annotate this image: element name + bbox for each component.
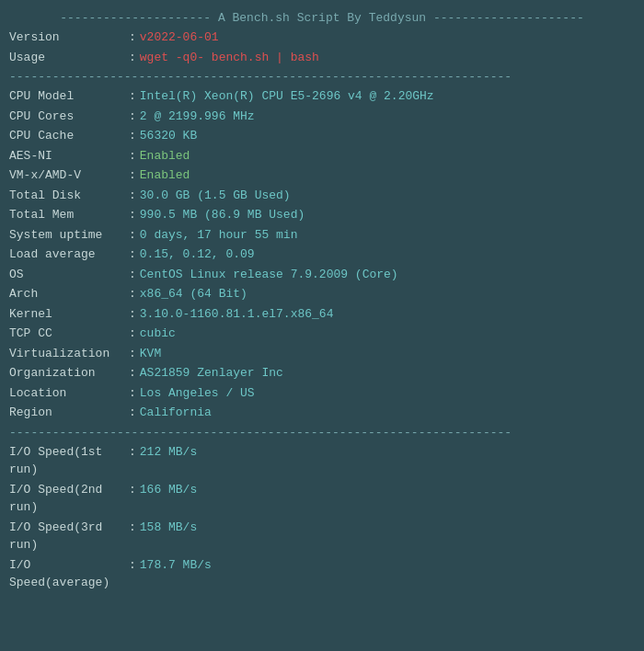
version-row: Version : v2022-06-01 <box>9 29 635 47</box>
virt-row: Virtualization : KVM <box>9 345 635 363</box>
io-run3-row: I/O Speed(3rd run) : 158 MB/s <box>9 519 635 554</box>
cpu-cores-row: CPU Cores : 2 @ 2199.996 MHz <box>9 108 635 126</box>
cpu-model-value: Intel(R) Xeon(R) CPU E5-2696 v4 @ 2.20GH… <box>140 87 434 106</box>
virt-value: KVM <box>140 345 161 363</box>
arch-value: x86_64 (64 Bit) <box>140 285 247 303</box>
io-run1-value: 212 MB/s <box>140 443 197 479</box>
io-run2-label: I/O Speed(2nd run) <box>9 481 129 517</box>
mem-value: 990.5 MB (86.9 MB Used) <box>140 206 305 224</box>
cpu-cache-value: 56320 KB <box>140 127 197 145</box>
divider-1: ----------------------------------------… <box>9 70 635 84</box>
usage-value: wget -q0- bench.sh | bash <box>140 49 319 67</box>
uptime-row: System uptime : 0 days, 17 hour 55 min <box>9 226 635 245</box>
io-run2-value: 166 MB/s <box>140 481 197 517</box>
tcp-value: cubic <box>140 325 176 343</box>
io-avg-value: 178.7 MB/s <box>140 556 212 592</box>
loc-row: Location : Los Angeles / US <box>9 384 635 403</box>
kernel-row: Kernel : 3.10.0-1160.81.1.el7.x86_64 <box>9 305 635 324</box>
arch-row: Arch : x86_64 (64 Bit) <box>9 285 635 303</box>
version-label: Version <box>9 29 129 47</box>
org-row: Organization : AS21859 Zenlayer Inc <box>9 364 635 383</box>
cpu-cores-label: CPU Cores <box>9 108 129 126</box>
os-row: OS : CentOS Linux release 7.9.2009 (Core… <box>9 266 635 284</box>
virt-label: Virtualization <box>9 345 129 363</box>
disk-value: 30.0 GB (1.5 GB Used) <box>140 187 291 205</box>
mem-label: Total Mem <box>9 206 129 224</box>
cpu-cache-row: CPU Cache : 56320 KB <box>9 127 635 145</box>
region-row: Region : California <box>9 404 635 422</box>
disk-label: Total Disk <box>9 187 129 205</box>
divider-2: ----------------------------------------… <box>9 426 635 440</box>
arch-label: Arch <box>9 285 129 303</box>
vm-value: Enabled <box>140 166 190 185</box>
header-divider: --------------------- A Bench.sh Script … <box>9 11 635 25</box>
uptime-value: 0 days, 17 hour 55 min <box>140 226 298 245</box>
loc-value: Los Angeles / US <box>140 384 255 403</box>
load-value: 0.15, 0.12, 0.09 <box>140 246 255 264</box>
vm-row: VM-x/AMD-V : Enabled <box>9 166 635 185</box>
vm-label: VM-x/AMD-V <box>9 166 129 185</box>
os-label: OS <box>9 266 129 284</box>
tcp-label: TCP CC <box>9 325 129 343</box>
org-value: AS21859 Zenlayer Inc <box>140 364 283 383</box>
mem-row: Total Mem : 990.5 MB (86.9 MB Used) <box>9 206 635 224</box>
aes-label: AES-NI <box>9 147 129 166</box>
io-avg-label: I/O Speed(average) <box>9 556 129 592</box>
usage-row: Usage : wget -q0- bench.sh | bash <box>9 49 635 67</box>
io-run2-row: I/O Speed(2nd run) : 166 MB/s <box>9 481 635 517</box>
io-run1-row: I/O Speed(1st run) : 212 MB/s <box>9 443 635 479</box>
os-value: CentOS Linux release 7.9.2009 (Core) <box>140 266 398 284</box>
version-value: v2022-06-01 <box>140 29 219 47</box>
cpu-model-label: CPU Model <box>9 87 129 106</box>
loc-label: Location <box>9 384 129 403</box>
cpu-model-row: CPU Model : Intel(R) Xeon(R) CPU E5-2696… <box>9 87 635 106</box>
kernel-value: 3.10.0-1160.81.1.el7.x86_64 <box>140 305 334 324</box>
cpu-cores-value: 2 @ 2199.996 MHz <box>140 108 255 126</box>
usage-label: Usage <box>9 49 129 67</box>
org-label: Organization <box>9 364 129 383</box>
cpu-cache-label: CPU Cache <box>9 127 129 145</box>
io-run1-label: I/O Speed(1st run) <box>9 443 129 479</box>
io-run3-label: I/O Speed(3rd run) <box>9 519 129 554</box>
load-label: Load average <box>9 246 129 264</box>
disk-row: Total Disk : 30.0 GB (1.5 GB Used) <box>9 187 635 205</box>
kernel-label: Kernel <box>9 305 129 324</box>
load-row: Load average : 0.15, 0.12, 0.09 <box>9 246 635 264</box>
region-value: California <box>140 404 212 422</box>
aes-value: Enabled <box>140 147 190 166</box>
tcp-row: TCP CC : cubic <box>9 325 635 343</box>
io-avg-row: I/O Speed(average) : 178.7 MB/s <box>9 556 635 592</box>
region-label: Region <box>9 404 129 422</box>
io-run3-value: 158 MB/s <box>140 519 197 554</box>
aes-row: AES-NI : Enabled <box>9 147 635 166</box>
uptime-label: System uptime <box>9 226 129 245</box>
